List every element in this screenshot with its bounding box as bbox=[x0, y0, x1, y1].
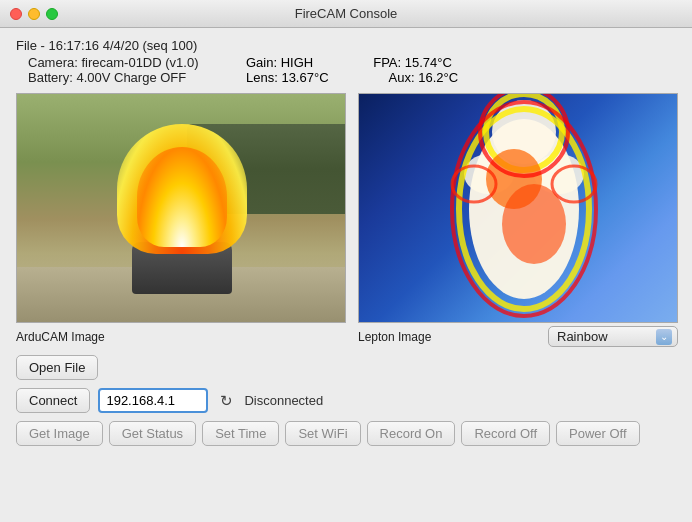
power-off-button[interactable]: Power Off bbox=[556, 421, 640, 446]
images-section: ArduCAM Image bbox=[16, 93, 676, 347]
close-button[interactable] bbox=[10, 8, 22, 20]
ip-address-input[interactable] bbox=[98, 388, 208, 413]
open-file-button[interactable]: Open File bbox=[16, 355, 98, 380]
colormap-select-wrapper[interactable]: Rainbow Grayscale Iron Cool Hot ⌄ bbox=[548, 326, 678, 347]
lens-label: Lens: 13.67°C bbox=[246, 70, 329, 85]
info-columns: Camera: firecam-01DD (v1.0) Battery: 4.0… bbox=[16, 55, 676, 85]
battery-line: Battery: 4.00V Charge OFF bbox=[16, 70, 246, 85]
get-image-button[interactable]: Get Image bbox=[16, 421, 103, 446]
lepton-label: Lepton Image bbox=[358, 330, 431, 344]
lepton-image bbox=[358, 93, 678, 323]
lepton-section: Lepton Image Rainbow Grayscale Iron Cool… bbox=[358, 93, 678, 347]
connect-button[interactable]: Connect bbox=[16, 388, 90, 413]
traffic-lights bbox=[10, 8, 58, 20]
refresh-icon[interactable]: ↻ bbox=[216, 391, 236, 411]
connection-status: Disconnected bbox=[244, 393, 323, 408]
set-time-button[interactable]: Set Time bbox=[202, 421, 279, 446]
window-title: FireCAM Console bbox=[295, 6, 398, 21]
minimize-button[interactable] bbox=[28, 8, 40, 20]
record-off-button[interactable]: Record Off bbox=[461, 421, 550, 446]
info-left-col: Camera: firecam-01DD (v1.0) Battery: 4.0… bbox=[16, 55, 246, 85]
info-right-col: Gain: HIGH FPA: 15.74°C Lens: 13.67°C Au… bbox=[246, 55, 458, 85]
title-bar: FireCAM Console bbox=[0, 0, 692, 28]
lens-aux-row: Lens: 13.67°C Aux: 16.2°C bbox=[246, 70, 458, 85]
arducam-container: ArduCAM Image bbox=[16, 93, 346, 347]
arducam-image bbox=[16, 93, 346, 323]
record-on-button[interactable]: Record On bbox=[367, 421, 456, 446]
controls-section: Open File Connect ↻ Disconnected Get Ima… bbox=[16, 355, 676, 446]
arducam-label: ArduCAM Image bbox=[16, 330, 346, 344]
camera-line: Camera: firecam-01DD (v1.0) bbox=[16, 55, 246, 70]
file-line: File - 16:17:16 4/4/20 (seq 100) bbox=[16, 38, 676, 53]
info-section: File - 16:17:16 4/4/20 (seq 100) Camera:… bbox=[16, 38, 676, 85]
set-wifi-button[interactable]: Set WiFi bbox=[285, 421, 360, 446]
thermal-body-svg bbox=[359, 94, 678, 323]
fpa-label: FPA: 15.74°C bbox=[373, 55, 452, 70]
info-right-inner: Gain: HIGH FPA: 15.74°C Lens: 13.67°C Au… bbox=[246, 55, 458, 85]
maximize-button[interactable] bbox=[46, 8, 58, 20]
main-content: File - 16:17:16 4/4/20 (seq 100) Camera:… bbox=[0, 28, 692, 454]
open-file-row: Open File bbox=[16, 355, 676, 380]
connect-row: Connect ↻ Disconnected bbox=[16, 388, 676, 413]
fire-inner-flame bbox=[137, 147, 227, 247]
aux-label: Aux: 16.2°C bbox=[389, 70, 459, 85]
get-status-button[interactable]: Get Status bbox=[109, 421, 196, 446]
action-buttons-row: Get Image Get Status Set Time Set WiFi R… bbox=[16, 421, 676, 446]
gain-fpa-row: Gain: HIGH FPA: 15.74°C bbox=[246, 55, 458, 70]
lepton-controls-row: Lepton Image Rainbow Grayscale Iron Cool… bbox=[358, 326, 678, 347]
colormap-select[interactable]: Rainbow Grayscale Iron Cool Hot bbox=[548, 326, 678, 347]
gain-label: Gain: HIGH bbox=[246, 55, 313, 70]
